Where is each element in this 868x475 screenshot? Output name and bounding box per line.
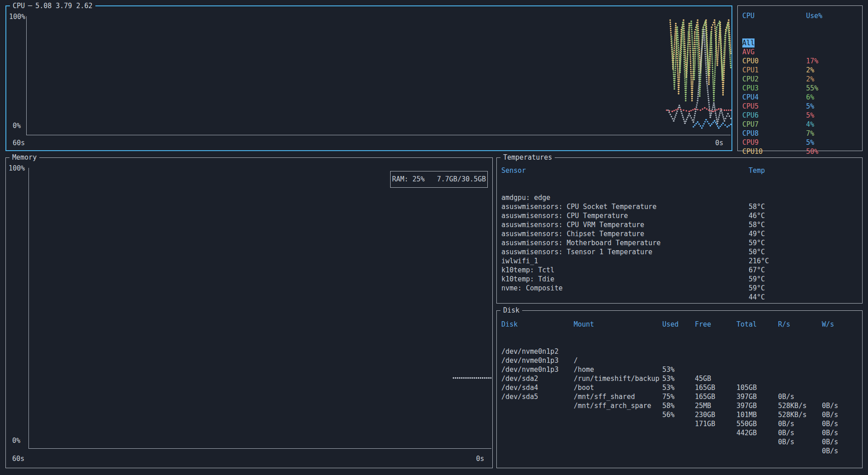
disk-table-body: /dev/nvme0n1p2 / 53% 45GB 105GB 0B/s 0B/… xyxy=(497,338,862,392)
temperature-row: iwlwifi_1 67°C xyxy=(497,247,862,256)
temperature-row: asuswmisensors: CPU Socket Temperature 4… xyxy=(497,193,862,202)
temperatures-table-body: amdgpu: edge 58°C asuswmisensors: CPU So… xyxy=(497,184,862,284)
disk-free: 171GB xyxy=(695,419,715,428)
cpu-row[interactable]: CPU4 5% xyxy=(738,84,862,93)
cpu-row[interactable]: CPU7 7% xyxy=(738,111,862,120)
disk-total: 397GB xyxy=(736,401,757,410)
cpu-row[interactable]: CPU10 1% xyxy=(738,138,862,147)
temperature-row: nvme: Composite 44°C xyxy=(497,275,862,284)
disk-device: /dev/sda5 xyxy=(501,392,538,401)
disk-free: 165GB xyxy=(695,392,715,401)
disk-read-rate: 528KB/s xyxy=(778,401,807,410)
disk-read-rate: 528KB/s xyxy=(778,410,807,419)
disk-read-rate: 0B/s xyxy=(778,437,794,446)
disk-write-rate: 0B/s xyxy=(822,410,838,419)
disk-row: /dev/sda5 /mnt/sff_arch_spare 56% 171GB … xyxy=(497,383,862,392)
mount-column-header: Mount xyxy=(574,320,594,329)
disk-panel: Disk Disk Mount Used Free Total R/s W/s … xyxy=(496,310,863,468)
x-axis-left-label: 60s xyxy=(13,139,25,147)
disk-used: 75% xyxy=(662,392,675,401)
use-column-header: Use% xyxy=(806,11,822,20)
used-column-header: Used xyxy=(662,320,679,329)
disk-write-rate: 0B/s xyxy=(822,419,838,428)
cpu-row[interactable]: CPU3 6% xyxy=(738,75,862,84)
temperature-row: amdgpu: edge 58°C xyxy=(497,184,862,193)
x-axis-right-label: 0s xyxy=(715,139,723,147)
disk-row: /dev/nvme0n1p3 /home 53% 165GB 397GB 528… xyxy=(497,347,862,356)
disk-free: 25MB xyxy=(695,401,711,410)
disk-total: 397GB xyxy=(736,392,757,401)
temperature-row: asuswmisensors: CPU VRM Temperature 49°C xyxy=(497,211,862,220)
y-axis-max-label: 100% xyxy=(9,164,25,172)
disk-mount: /mnt/sff_arch_spare xyxy=(574,401,651,410)
cpu-usage-chart xyxy=(27,15,731,134)
cpu-row[interactable]: CPU8 5% xyxy=(738,120,862,129)
temperature-row: k10temp: Tdie 59°C xyxy=(497,266,862,275)
y-axis-min-label: 0% xyxy=(13,122,21,130)
sensor-temp-value: 59°C xyxy=(749,284,765,293)
x-axis-left-label: 60s xyxy=(12,455,24,463)
cpu-row[interactable]: CPU9 50% xyxy=(738,129,862,138)
cpu-row-label: CPU10 xyxy=(742,147,763,156)
temperature-row: asuswmisensors: Chipset Temperature 59°C xyxy=(497,220,862,229)
load-average: 5.08 3.79 2.62 xyxy=(35,2,92,10)
temperature-row: k10temp: Tctl 59°C xyxy=(497,256,862,266)
cpu-row[interactable]: CPU2 55% xyxy=(738,66,862,75)
disk-free: 230GB xyxy=(695,410,715,419)
disk-read-rate: 0B/s xyxy=(778,419,794,428)
disk-read-rate: 0B/s xyxy=(778,392,794,401)
read-rate-column-header: R/s xyxy=(778,320,790,329)
cpu-row[interactable]: CPU5 5% xyxy=(738,93,862,102)
x-axis-line xyxy=(28,448,491,449)
temperature-row: asuswmisensors: Tsensor 1 Temperature 21… xyxy=(497,238,862,247)
temperatures-panel-title: Temperatures xyxy=(500,153,555,162)
memory-usage-chart xyxy=(29,167,491,448)
cpu-row-usage: 50% xyxy=(806,147,818,156)
total-column-header: Total xyxy=(736,320,757,329)
cpu-panel-title: CPU─5.08 3.79 2.62 xyxy=(10,2,95,10)
disk-total: 101MB xyxy=(736,410,757,419)
cpu-graph-panel: CPU─5.08 3.79 2.62 100% 0% 60s 0s xyxy=(5,5,732,151)
disk-write-rate: 0B/s xyxy=(822,401,838,410)
panel-title-label: CPU xyxy=(13,2,25,10)
cpu-list-header: CPU Use% xyxy=(738,11,862,20)
cpu-row[interactable]: CPU1 2% xyxy=(738,57,862,66)
cpu-row[interactable]: AVG 17% xyxy=(738,38,862,48)
disk-column-header: Disk xyxy=(501,320,518,329)
disk-write-rate: 0B/s xyxy=(822,437,838,446)
disk-row: /dev/nvme0n1p2 / 53% 45GB 105GB 0B/s 0B/… xyxy=(497,338,862,347)
disk-used: 58% xyxy=(662,401,675,410)
x-axis-line xyxy=(26,135,731,135)
sensor-temp-value: 44°C xyxy=(749,293,765,302)
x-axis-right-label: 0s xyxy=(476,455,484,463)
disk-mount: /mnt/sff_shared xyxy=(574,392,635,401)
disk-read-rate: 0B/s xyxy=(778,428,794,437)
y-axis-min-label: 0% xyxy=(12,437,20,445)
disk-used: 56% xyxy=(662,410,675,419)
disk-write-rate: 0B/s xyxy=(822,428,838,437)
title-separator: ─ xyxy=(25,2,35,10)
free-column-header: Free xyxy=(695,320,711,329)
temperature-row: asuswmisensors: CPU Temperature 58°C xyxy=(497,202,862,211)
disk-row: /dev/sda4 /mnt/sff_shared 58% 230GB 550G… xyxy=(497,374,862,383)
disk-row: /dev/nvme0n1p3 /run/timeshift/backup 53%… xyxy=(497,356,862,365)
disk-total: 442GB xyxy=(736,428,757,437)
cpu-column-header: CPU xyxy=(742,11,755,20)
disk-total: 550GB xyxy=(736,419,757,428)
disk-panel-title: Disk xyxy=(500,306,522,314)
memory-graph-panel: Memory 100% RAM: 25% 7.7GB/30.5GB 0% 60s… xyxy=(5,157,493,468)
cpu-row[interactable]: All xyxy=(738,29,862,38)
disk-header: Disk Mount Used Free Total R/s W/s xyxy=(497,320,862,329)
sensor-column-header: Sensor xyxy=(501,166,526,175)
disk-write-rate: 0B/s xyxy=(822,446,838,456)
cpu-list-body: All AVG 17% CPU0 2% CPU1 2% CPU2 55% CPU… xyxy=(738,29,862,147)
write-rate-column-header: W/s xyxy=(822,320,834,329)
temp-column-header: Temp xyxy=(749,166,765,175)
temperatures-panel: Temperatures Sensor Temp amdgpu: edge 58… xyxy=(496,157,863,304)
y-axis-max-label: 100% xyxy=(9,13,25,21)
cpu-row[interactable]: CPU0 2% xyxy=(738,48,862,57)
cpu-core-list-panel: CPU Use% All AVG 17% CPU0 2% CPU1 2% CPU… xyxy=(737,5,863,151)
disk-row: /dev/sda2 /boot 75% 25MB 101MB 0B/s 0B/s xyxy=(497,365,862,374)
sensor-name: nvme: Composite xyxy=(501,284,562,293)
cpu-row[interactable]: CPU6 4% xyxy=(738,102,862,111)
